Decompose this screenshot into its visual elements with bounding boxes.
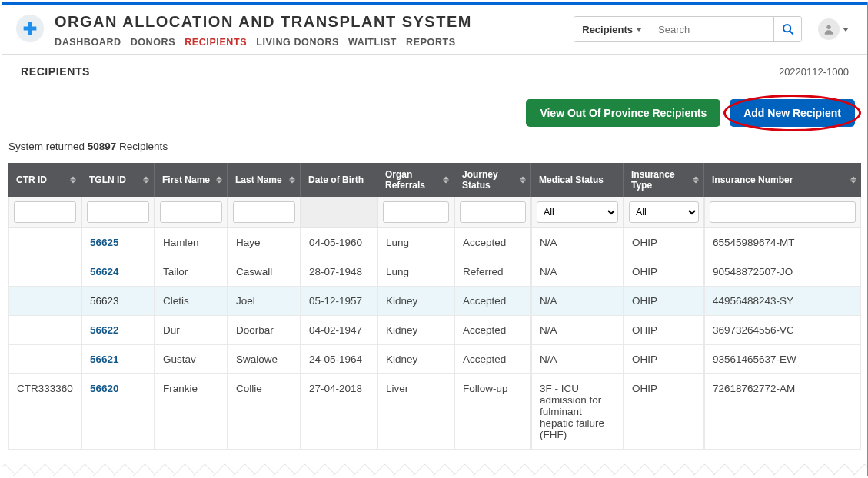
table-cell: 56624 [81, 257, 155, 287]
tgln-id-link[interactable]: 56625 [90, 237, 119, 248]
sort-icon [443, 177, 449, 184]
table-cell: CTR333360 [8, 374, 81, 450]
search-input[interactable] [650, 17, 773, 41]
main-nav: DASHBOARDDONORSRECIPIENTSLIVING DONORSWA… [55, 35, 574, 48]
table-cell: Caswall [228, 257, 301, 287]
filter-input[interactable] [160, 201, 222, 223]
table-row: 56621GustavSwalowe24-05-1964KidneyAccept… [8, 345, 861, 374]
column-header[interactable]: Journey Status [454, 163, 531, 197]
filter-select[interactable]: All [629, 201, 699, 223]
column-header[interactable]: Insurance Number [704, 163, 861, 197]
table-cell: 90548872507-JO [704, 257, 861, 287]
results-summary: System returned 50897 Recipients [2, 127, 867, 163]
column-header[interactable]: Medical Status [531, 163, 624, 197]
table-cell: Accepted [454, 345, 531, 374]
tgln-id-link[interactable]: 56622 [90, 324, 119, 336]
tgln-id-link[interactable]: 56620 [90, 383, 119, 394]
table-cell: Dur [155, 316, 228, 345]
table-cell: N/A [531, 316, 624, 345]
nav-donors[interactable]: DONORS [131, 37, 175, 48]
search-type-dropdown[interactable]: Recipients [574, 17, 650, 41]
table-cell: N/A [531, 257, 624, 287]
table-cell: Tailor [155, 257, 228, 287]
nav-recipients[interactable]: RECIPIENTS [185, 37, 247, 48]
table-cell: 56622 [81, 316, 155, 345]
table-row: 56622DurDoorbar04-02-1947KidneyAcceptedN… [8, 316, 861, 345]
nav-reports[interactable]: REPORTS [406, 37, 456, 48]
table-cell: Haye [228, 228, 301, 257]
column-header[interactable]: Last Name [228, 163, 301, 197]
table-cell: Lung [377, 257, 454, 287]
plus-icon [22, 21, 38, 36]
search-type-label: Recipients [582, 24, 633, 35]
filter-input[interactable] [383, 201, 449, 223]
filter-input[interactable] [87, 201, 149, 223]
table-row: 56623CletisJoel05-12-1957KidneyAcceptedN… [8, 287, 861, 316]
sort-icon [216, 177, 222, 184]
table-cell: 04-05-1960 [301, 228, 377, 257]
table-cell: Cletis [155, 287, 228, 316]
tgln-id-link[interactable]: 56623 [90, 295, 119, 307]
sort-icon [143, 177, 149, 184]
table-cell: Referred [454, 257, 531, 287]
svg-rect-1 [24, 27, 37, 31]
table-cell: Liver [377, 374, 454, 450]
sort-icon [520, 177, 526, 184]
table-cell: OHIP [624, 374, 704, 450]
table-cell: 56625 [81, 228, 155, 257]
column-header[interactable]: Date of Birth [301, 163, 377, 197]
table-cell: 93561465637-EW [704, 345, 861, 374]
filter-input[interactable] [14, 201, 76, 223]
filter-select[interactable]: All [537, 201, 618, 223]
table-cell: 24-05-1964 [301, 345, 377, 374]
search-group: Recipients [574, 16, 802, 42]
table-cell: OHIP [624, 257, 704, 287]
user-menu[interactable] [818, 18, 849, 40]
table-cell: Lung [377, 228, 454, 257]
table-cell: 56623 [81, 287, 155, 316]
user-icon [823, 23, 835, 35]
table-cell: 56621 [81, 345, 155, 374]
tgln-id-link[interactable]: 56624 [90, 266, 119, 277]
table-cell: N/A [531, 287, 624, 316]
table-cell: Gustav [155, 345, 228, 374]
chevron-down-icon [636, 28, 642, 32]
view-out-of-province-button[interactable]: View Out Of Province Recipients [526, 99, 720, 127]
table-cell: N/A [531, 228, 624, 257]
column-header[interactable]: Organ Referrals [377, 163, 454, 197]
nav-living-donors[interactable]: LIVING DONORS [256, 37, 339, 48]
column-header[interactable]: CTR ID [8, 163, 81, 197]
table-cell [8, 287, 81, 316]
column-header[interactable]: TGLN ID [81, 163, 155, 197]
table-cell: N/A [531, 345, 624, 374]
nav-waitlist[interactable]: WAITLIST [348, 37, 397, 48]
column-header[interactable]: First Name [155, 163, 228, 197]
filter-row: AllAll [8, 197, 861, 228]
sort-icon [70, 177, 76, 184]
header-divider [810, 18, 810, 40]
table-cell [8, 345, 81, 374]
filter-input[interactable] [233, 201, 295, 223]
table-row: CTR33336056620FrankieCollie27-04-2018Liv… [8, 374, 861, 450]
tgln-id-link[interactable]: 56621 [90, 354, 119, 365]
filter-input[interactable] [460, 201, 526, 223]
search-icon [782, 23, 794, 35]
table-cell: Accepted [454, 316, 531, 345]
table-cell: 36973264556-VC [704, 316, 861, 345]
filter-input[interactable] [710, 201, 856, 223]
sort-icon [289, 177, 295, 184]
svg-line-3 [790, 31, 793, 35]
table-cell [8, 257, 81, 287]
avatar [818, 18, 840, 40]
table-cell: 05-12-1957 [301, 287, 377, 316]
search-button[interactable] [773, 17, 801, 41]
table-cell: OHIP [624, 287, 704, 316]
column-header[interactable]: Insurance Type [624, 163, 704, 197]
build-id: 20220112-1000 [779, 66, 849, 78]
nav-dashboard[interactable]: DASHBOARD [55, 37, 121, 48]
app-logo [16, 15, 44, 42]
table-cell: Hamlen [155, 228, 228, 257]
svg-point-2 [783, 25, 790, 32]
add-new-recipient-button[interactable]: Add New Recipient [730, 99, 855, 127]
header: ORGAN ALLOCATION AND TRANSPLANT SYSTEM D… [2, 5, 867, 55]
